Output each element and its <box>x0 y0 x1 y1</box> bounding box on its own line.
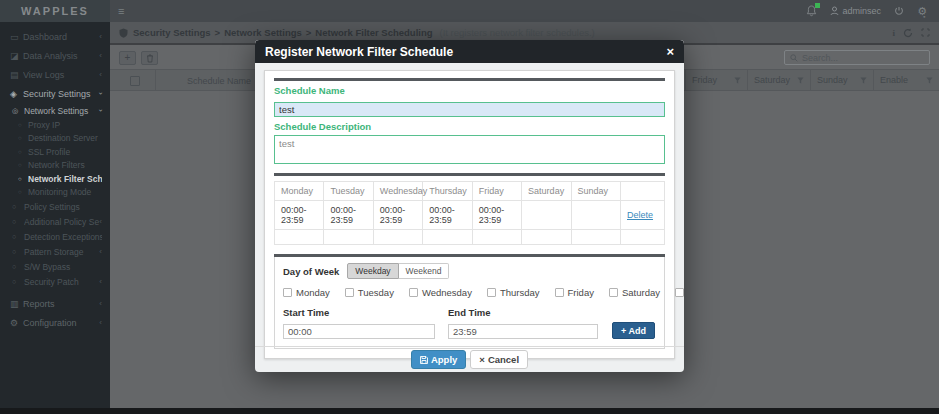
time-range-cell <box>522 230 571 245</box>
chevron-left-icon: ‹ <box>99 217 102 226</box>
sidebar-item-security-patch[interactable]: ○Security Patch‹ <box>0 274 110 289</box>
breadcrumb: Security Settings > Network Settings > N… <box>133 27 595 38</box>
sidebar-item-reports[interactable]: ▥Reports‹ <box>0 294 110 313</box>
sidebar-item-network-filters[interactable]: ○Network Filters <box>0 159 110 173</box>
schedule-name-input[interactable] <box>274 102 665 117</box>
add-schedule-button[interactable]: + <box>119 51 136 65</box>
action-cell: Delete <box>621 201 665 230</box>
sidebar-item-pattern-storage[interactable]: ○Pattern Storage‹ <box>0 244 110 259</box>
info-icon[interactable]: i <box>892 28 895 38</box>
bars-icon: ▥ <box>10 299 23 309</box>
sidebar-item-destination-server[interactable]: ○Destination Server <box>0 132 110 146</box>
checkbox-icon[interactable] <box>487 288 496 297</box>
sidebar-item-s-w-bypass[interactable]: ○S/W Bypass <box>0 259 110 274</box>
sidebar-item-label: SSL Profile <box>28 147 102 157</box>
dot-icon: ○ <box>18 122 28 128</box>
filter-funnel-icon[interactable] <box>926 77 933 84</box>
modal-footer: Apply × Cancel <box>255 346 684 372</box>
checkbox-icon[interactable] <box>609 288 618 297</box>
sidebar-item-label: Detection Exceptions <box>24 232 102 242</box>
weekend-button[interactable]: Weekend <box>399 263 450 279</box>
breadcrumb-separator: > <box>306 27 312 38</box>
delete-row-link[interactable]: Delete <box>627 210 653 220</box>
day-checkbox-thursday[interactable]: Thursday <box>487 287 540 298</box>
time-range-cell: 00:00-23:59 <box>373 201 422 230</box>
circle-icon: ○ <box>12 218 24 225</box>
search-box <box>784 50 930 65</box>
column-enable: Enable <box>873 70 939 90</box>
day-checkbox-saturday[interactable]: Saturday <box>609 287 660 298</box>
delete-schedule-button[interactable] <box>141 51 158 65</box>
sidebar-item-label: Configuration <box>23 318 99 328</box>
filter-funnel-icon[interactable] <box>797 77 804 84</box>
apply-button[interactable]: Apply <box>411 350 466 369</box>
start-time-input[interactable] <box>283 324 435 339</box>
checkbox-icon[interactable] <box>345 288 354 297</box>
filter-funnel-icon[interactable] <box>734 77 741 84</box>
day-checkbox-monday[interactable]: Monday <box>283 287 330 298</box>
notifications-button[interactable] <box>806 5 817 17</box>
search-input[interactable] <box>802 53 924 63</box>
sidebar-item-data-analysis[interactable]: ◪Data Analysis‹ <box>0 46 110 65</box>
filter-funnel-icon[interactable] <box>860 77 867 84</box>
day-checkbox-tuesday[interactable]: Tuesday <box>345 287 394 298</box>
weekday-button[interactable]: Weekday <box>347 263 398 279</box>
chevron-left-icon: ‹ <box>99 70 102 79</box>
topbar: ≡ adminsec ⚙͎ <box>110 0 939 22</box>
power-button[interactable] <box>894 6 904 16</box>
sidebar-item-policy-settings[interactable]: ○Policy Settings <box>0 199 110 214</box>
sidebar-item-proxy-ip[interactable]: ○Proxy IP <box>0 118 110 132</box>
username: adminsec <box>843 6 882 16</box>
chevron-left-icon: ‹ <box>99 247 102 256</box>
add-time-button[interactable]: + Add <box>612 322 655 339</box>
sidebar-item-monitoring-mode[interactable]: ○Monitoring Mode <box>0 186 110 200</box>
sidebar-item-ssl-profile[interactable]: ○SSL Profile <box>0 145 110 159</box>
schedule-description-input[interactable]: test <box>274 135 665 164</box>
column-label: Friday <box>692 75 717 85</box>
circle-icon: ○ <box>12 278 24 285</box>
close-icon[interactable]: × <box>666 45 674 58</box>
checkbox-icon[interactable] <box>555 288 564 297</box>
sidebar-item-view-logs[interactable]: ▤View Logs‹ <box>0 65 110 84</box>
sidebar-item-label: Network Settings <box>24 106 99 116</box>
end-time-input[interactable] <box>448 324 598 339</box>
sidebar-item-additional-policy-settings[interactable]: ○Additional Policy Settings‹ <box>0 214 110 229</box>
sidebar-item-detection-exceptions[interactable]: ○Detection Exceptions <box>0 229 110 244</box>
time-range-cell <box>373 230 422 245</box>
sidebar-menu: ▭Dashboard‹◪Data Analysis‹▤View Logs‹◈Se… <box>0 22 110 332</box>
cancel-button[interactable]: × Cancel <box>470 350 528 369</box>
monitor-icon: ▭ <box>10 32 23 42</box>
settings-gears-button[interactable]: ⚙͎ <box>917 5 927 18</box>
select-all-checkbox[interactable] <box>130 76 140 86</box>
time-range-cell: 00:00-23:59 <box>275 201 324 230</box>
expand-icon[interactable] <box>921 28 930 37</box>
sidebar-item-dashboard[interactable]: ▭Dashboard‹ <box>0 27 110 46</box>
end-time-label: End Time <box>448 307 598 318</box>
checkbox-icon[interactable] <box>409 288 418 297</box>
sidebar-item-label: View Logs <box>23 70 99 80</box>
week-col-monday: Monday <box>275 182 324 201</box>
trash-icon <box>146 54 154 63</box>
refresh-icon[interactable] <box>903 28 913 38</box>
target-icon: ◎ <box>12 107 24 115</box>
user-icon <box>830 6 839 16</box>
sidebar-item-label: Pattern Storage <box>24 247 99 257</box>
day-checkbox-sunday[interactable]: Sunday <box>675 287 684 298</box>
column-sunday: Sunday <box>810 70 873 90</box>
sidebar-item-security-settings[interactable]: ◈Security Settings‹ <box>0 84 110 103</box>
sidebar-item-network-settings[interactable]: ◎Network Settings‹ <box>0 103 110 118</box>
breadcrumb-part[interactable]: Security Settings <box>133 27 211 38</box>
breadcrumb-part[interactable]: Network Filter Scheduling <box>315 27 432 38</box>
user-menu[interactable]: adminsec <box>830 6 882 16</box>
checkbox-icon[interactable] <box>675 288 684 297</box>
chevron-left-icon: ‹ <box>99 32 102 41</box>
day-checkbox-friday[interactable]: Friday <box>555 287 594 298</box>
day-checkbox-label: Wednesday <box>422 287 472 298</box>
day-checkbox-wednesday[interactable]: Wednesday <box>409 287 472 298</box>
sidebar-item-network-filter-scheduling[interactable]: ○Network Filter Scheduling <box>0 172 110 186</box>
checkbox-icon[interactable] <box>283 288 292 297</box>
sidebar-item-configuration[interactable]: ⚙Configuration‹ <box>0 313 110 332</box>
sidebar-item-label: Monitoring Mode <box>28 187 102 197</box>
hamburger-icon[interactable]: ≡ <box>118 5 124 17</box>
breadcrumb-part[interactable]: Network Settings <box>224 27 302 38</box>
